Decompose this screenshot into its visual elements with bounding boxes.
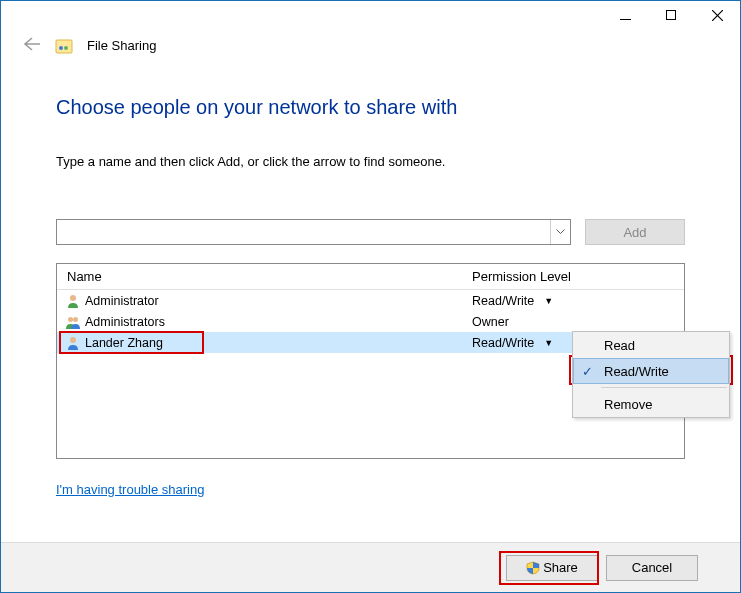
table-row[interactable]: Administrator Read/Write ▼ [57, 290, 684, 311]
dialog-footer: Share Cancel [1, 542, 740, 592]
menu-item-label: Remove [604, 397, 652, 412]
add-button[interactable]: Add [585, 219, 685, 245]
titlebar [1, 1, 740, 31]
svg-point-5 [70, 295, 76, 301]
cancel-button[interactable]: Cancel [606, 555, 698, 581]
share-button[interactable]: Share [506, 555, 598, 581]
content-area: Choose people on your network to share w… [1, 56, 740, 542]
svg-point-4 [64, 46, 68, 50]
check-icon: ✓ [582, 364, 593, 379]
table-header: Name Permission Level [57, 264, 684, 290]
caret-down-icon[interactable]: ▼ [544, 338, 553, 348]
share-table: Name Permission Level Administrator Read… [56, 263, 685, 459]
name-input[interactable] [57, 220, 550, 244]
row-name: Lander Zhang [85, 336, 163, 350]
page-heading: Choose people on your network to share w… [56, 96, 685, 119]
user-icon [65, 293, 81, 309]
row-name: Administrators [85, 315, 165, 329]
menu-item-read-write[interactable]: ✓ Read/Write [573, 358, 729, 384]
row-name: Administrator [85, 294, 159, 308]
menu-item-remove[interactable]: Remove [573, 391, 729, 417]
svg-point-8 [70, 337, 76, 343]
back-icon[interactable] [23, 35, 41, 56]
svg-point-3 [59, 46, 63, 50]
name-input-row: Add [56, 219, 685, 245]
menu-item-label: Read [604, 338, 635, 353]
column-header-permission[interactable]: Permission Level [462, 269, 684, 284]
close-button[interactable] [694, 1, 740, 29]
table-row[interactable]: Administrators Owner [57, 311, 684, 332]
header-row: File Sharing [1, 31, 740, 56]
menu-item-label: Read/Write [604, 364, 669, 379]
menu-separator [601, 387, 727, 388]
row-permission: Read/Write [472, 336, 534, 350]
name-combo[interactable] [56, 219, 571, 245]
row-permission: Read/Write [472, 294, 534, 308]
dialog-title: File Sharing [87, 38, 156, 53]
svg-point-6 [68, 317, 73, 322]
share-button-label: Share [543, 560, 578, 575]
svg-rect-2 [56, 40, 72, 53]
maximize-button[interactable] [648, 1, 694, 29]
svg-point-7 [73, 317, 78, 322]
chevron-down-icon[interactable] [550, 220, 570, 244]
group-icon [65, 314, 81, 330]
permission-menu: Read ✓ Read/Write Remove [572, 331, 730, 418]
file-sharing-dialog: File Sharing Choose people on your netwo… [0, 0, 741, 593]
column-header-name[interactable]: Name [57, 269, 462, 284]
caret-down-icon[interactable]: ▼ [544, 296, 553, 306]
shield-icon [526, 561, 540, 575]
folder-people-icon [55, 37, 73, 55]
cancel-button-label: Cancel [632, 560, 672, 575]
trouble-sharing-link[interactable]: I'm having trouble sharing [56, 482, 204, 497]
user-icon [65, 335, 81, 351]
minimize-button[interactable] [602, 1, 648, 29]
menu-item-read[interactable]: Read [573, 332, 729, 358]
row-permission: Owner [472, 315, 509, 329]
instruction-text: Type a name and then click Add, or click… [56, 154, 685, 169]
